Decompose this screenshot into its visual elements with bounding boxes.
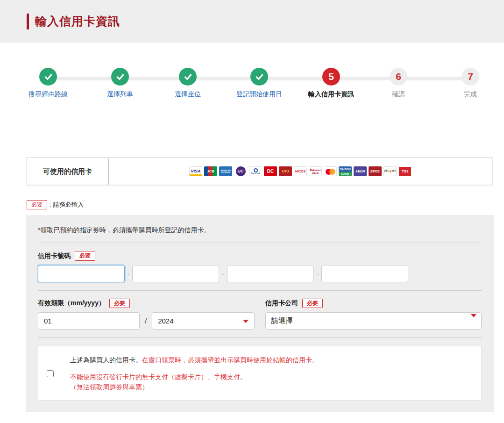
jcb-logo: JCB <box>204 166 217 176</box>
pickup-note: *領取已預約的指定券時，必須攜帶購買時所登記的信用卡。 <box>38 226 482 235</box>
step-label[interactable]: 登記開始使用日 <box>220 90 299 99</box>
card-number-separator: - <box>222 270 224 277</box>
ufj-logo: UFJ <box>279 166 292 176</box>
step-label[interactable]: 搜尋經由路線 <box>8 90 88 99</box>
card-number-input-3[interactable] <box>227 265 314 282</box>
accepted-cards-box: 可使用的信用卡 VISA JCB AMERICAN EXPRESS UC Din… <box>26 157 493 186</box>
divider <box>38 243 482 243</box>
agreement-line-3: （無法領取周遊券與車票） <box>70 382 319 393</box>
expiry-month-input[interactable] <box>38 312 140 330</box>
dc-logo: DC <box>264 166 277 176</box>
required-legend: 必要 ：請務必輸入 <box>27 200 504 209</box>
step-7-complete: 7 完成 <box>431 68 504 99</box>
purchaser-card-checkbox[interactable] <box>47 370 54 377</box>
expiry-label: 有效期限（mm/yyyy） <box>38 299 105 308</box>
progress-steps: 搜尋經由路線 選擇列車 選擇座位 登記開始使用日 5 輸入信用卡資訊 6 確認 … <box>0 63 504 119</box>
page-header: 輸入信用卡資訊 <box>0 0 504 43</box>
check-icon <box>39 68 57 86</box>
card-company-label: 信用卡公司 <box>265 299 298 308</box>
nicos-logo: NICOS <box>294 166 307 176</box>
step-label[interactable]: 選擇座位 <box>148 90 227 99</box>
card-brand-logos: VISA JCB AMERICAN EXPRESS UC Diners Club… <box>109 166 492 176</box>
required-badge: 必要 <box>27 200 47 209</box>
divider <box>38 290 482 291</box>
step-6-confirm: 6 確認 <box>359 68 438 99</box>
required-legend-text: ：請務必輸入 <box>47 201 84 209</box>
expiry-year-select[interactable]: 2024 <box>152 312 255 330</box>
step-number: 7 <box>461 68 479 86</box>
uc-logo: UC <box>234 166 247 176</box>
discover-logo: DISCVER <box>383 166 397 176</box>
chevron-down-icon <box>471 314 476 317</box>
divider <box>38 337 482 338</box>
step-3-select-seat[interactable]: 選擇座位 <box>148 68 227 99</box>
chevron-down-icon <box>243 320 248 323</box>
step-4-start-date[interactable]: 登記開始使用日 <box>220 68 299 99</box>
check-icon <box>111 68 129 86</box>
card-form-panel: *領取已預約的指定券時，必須攜帶購買時所登記的信用卡。 信用卡號碼 必要 - -… <box>26 215 494 412</box>
card-number-input-4[interactable] <box>321 265 408 282</box>
card-number-input-2[interactable] <box>132 265 219 282</box>
step-number: 6 <box>390 68 407 86</box>
card-number-separator: - <box>317 270 319 277</box>
card-number-input-1[interactable] <box>38 265 125 282</box>
required-badge: 必要 <box>75 251 95 260</box>
step-1-search-route[interactable]: 搜尋經由路線 <box>8 68 88 99</box>
saison-card-logo: SAISON CARD <box>339 166 352 176</box>
agreement-line-1: 上述為購買人的信用卡。在窗口領票時，必須攜帶並出示購買時使用於結帳的信用卡。 <box>70 355 319 366</box>
mastercard-logo <box>324 166 337 176</box>
step-label: 確認 <box>359 90 438 99</box>
required-badge: 必要 <box>109 299 130 308</box>
rakuten-card-logo: RakutenCard <box>309 166 322 176</box>
card-number-separator: - <box>128 270 129 277</box>
agreement-line-2: 不能使用沒有發行卡片的無卡支付（虛擬卡片）、手機支付。 <box>70 372 319 382</box>
visa-logo: VISA <box>189 166 202 176</box>
check-icon <box>250 68 268 86</box>
step-label: 完成 <box>431 90 504 99</box>
card-number-label: 信用卡號碼 <box>38 252 71 260</box>
required-badge: 必要 <box>302 299 323 308</box>
expiry-separator: / <box>145 317 147 325</box>
card-number-row: - - - <box>38 265 482 282</box>
check-icon <box>179 68 197 86</box>
purchaser-card-agreement-box: 上述為購買人的信用卡。在窗口領票時，必須攜帶並出示購買時使用於結帳的信用卡。 不… <box>38 346 482 401</box>
page-title: 輸入信用卡資訊 <box>35 14 120 29</box>
aeon-logo: AEON <box>354 166 367 176</box>
card-company-select[interactable]: 請選擇 <box>265 312 482 330</box>
ts-cubic-logo: TS3 <box>398 166 412 176</box>
step-number: 5 <box>322 68 340 86</box>
epos-logo: EPOS <box>369 166 382 176</box>
accepted-cards-label: 可使用的信用卡 <box>27 158 109 185</box>
amex-logo: AMERICAN EXPRESS <box>219 166 232 176</box>
diners-club-logo: Diners Club <box>249 166 262 176</box>
title-accent-bar <box>27 14 29 29</box>
